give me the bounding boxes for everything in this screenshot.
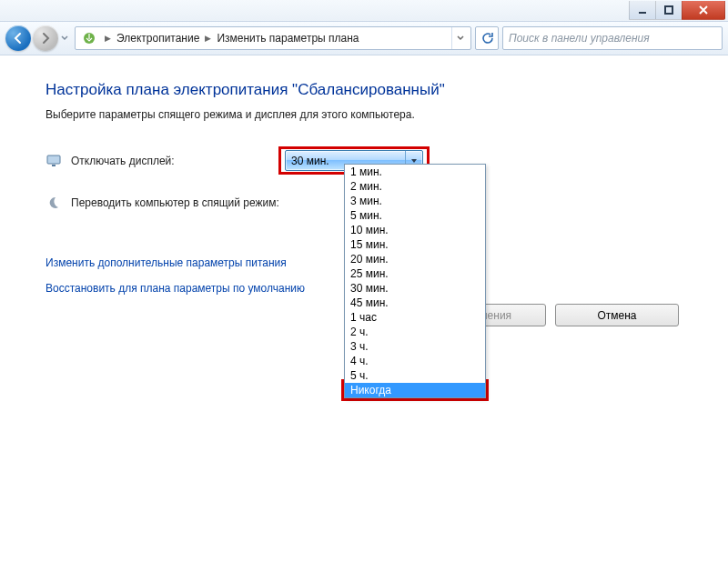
sleep-label: Переводить компьютер в спящий режим: <box>71 196 279 209</box>
dropdown-option[interactable]: 2 ч. <box>345 325 485 339</box>
nav-row: ▶ Электропитание ▶ Изменить параметры пл… <box>0 22 728 55</box>
breadcrumb-dropdown[interactable] <box>451 27 469 49</box>
breadcrumb[interactable]: ▶ Электропитание ▶ Изменить параметры пл… <box>75 26 471 50</box>
forward-button[interactable] <box>33 25 58 51</box>
back-button[interactable] <box>5 25 31 51</box>
svg-rect-0 <box>639 12 646 14</box>
refresh-button[interactable] <box>475 26 499 50</box>
maximize-icon <box>664 5 673 15</box>
svg-rect-4 <box>52 165 56 166</box>
breadcrumb-chevron-icon: ▶ <box>205 34 211 43</box>
search-input[interactable]: Поиск в панели управления <box>502 26 723 50</box>
dropdown-option[interactable]: 20 мин. <box>345 252 485 266</box>
close-button[interactable] <box>682 1 725 20</box>
nav-buttons <box>5 25 71 51</box>
page-subtitle: Выберите параметры спящего режима и дисп… <box>46 108 682 121</box>
chevron-down-icon <box>61 35 68 42</box>
maximize-button[interactable] <box>655 1 682 20</box>
window: ▶ Электропитание ▶ Изменить параметры пл… <box>0 0 728 582</box>
refresh-icon <box>480 32 493 45</box>
display-off-label: Отключать дисплей: <box>71 155 278 167</box>
monitor-icon <box>46 153 62 169</box>
dropdown-option[interactable]: 45 мин. <box>345 296 485 310</box>
breadcrumb-part-2[interactable]: Изменить параметры плана <box>215 32 360 45</box>
link-advanced[interactable]: Изменить дополнительные параметры питани… <box>46 256 287 269</box>
dropdown-option[interactable]: 25 мин. <box>345 266 485 281</box>
moon-icon <box>46 195 62 211</box>
dropdown-option[interactable]: 5 мин. <box>345 208 485 223</box>
dropdown-option[interactable]: 30 мин. <box>345 281 485 296</box>
dropdown-option[interactable]: 1 час <box>345 310 485 325</box>
dropdown-option[interactable]: 2 мин. <box>345 179 485 194</box>
dropdown-option[interactable]: 3 мин. <box>345 194 485 208</box>
minimize-button[interactable] <box>629 1 656 20</box>
history-dropdown[interactable] <box>58 25 71 51</box>
search-placeholder: Поиск в панели управления <box>509 32 650 45</box>
dropdown-option[interactable]: Никогда <box>345 383 485 397</box>
dropdown-option[interactable]: 3 ч. <box>345 339 485 354</box>
chevron-down-icon <box>457 35 464 42</box>
dropdown-option[interactable]: 4 ч. <box>345 354 485 368</box>
page-title: Настройка плана электропитания "Сбаланси… <box>46 81 682 99</box>
arrow-left-icon <box>12 32 25 45</box>
svg-rect-1 <box>665 6 672 14</box>
dropdown-option[interactable]: 15 мин. <box>345 237 485 252</box>
dropdown-option[interactable]: 1 мин. <box>345 165 485 179</box>
breadcrumb-chevron-icon: ▶ <box>105 34 111 43</box>
svg-rect-3 <box>47 156 60 164</box>
dropdown-option[interactable]: 10 мин. <box>345 223 485 237</box>
link-restore[interactable]: Восстановить для плана параметры по умол… <box>46 282 305 295</box>
power-plan-icon <box>81 30 97 46</box>
arrow-right-icon <box>39 32 52 45</box>
display-off-dropdown[interactable]: 1 мин.2 мин.3 мин.5 мин.10 мин.15 мин.20… <box>344 164 486 398</box>
cancel-button[interactable]: Отмена <box>555 304 679 326</box>
minimize-icon <box>638 5 647 15</box>
window-buttons <box>630 1 725 19</box>
titlebar <box>0 0 728 22</box>
close-icon <box>698 5 709 15</box>
breadcrumb-part-1[interactable]: Электропитание <box>115 32 201 45</box>
dropdown-option[interactable]: 5 ч. <box>345 368 485 383</box>
